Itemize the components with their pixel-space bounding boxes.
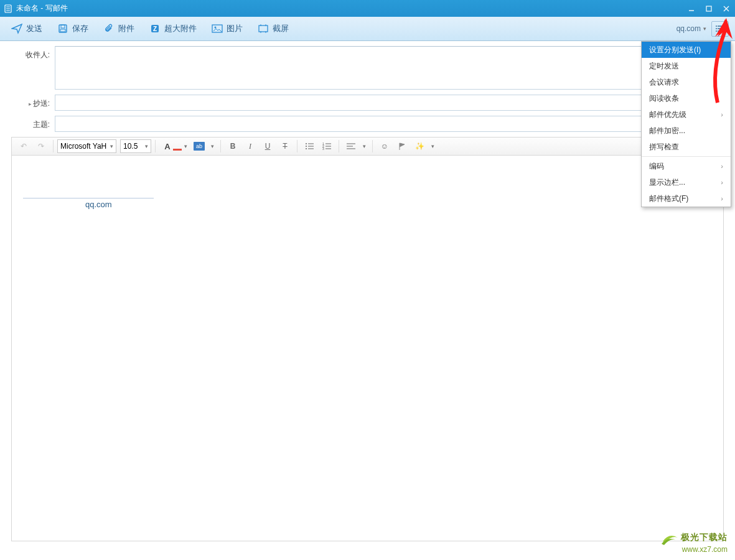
compose-header: 收件人: 3@qq.com>; >; ▸ 抄送: 主题:	[0, 41, 735, 132]
document-icon	[4, 4, 12, 14]
to-field[interactable]: 3@qq.com>; >;	[55, 46, 720, 90]
svg-text:3: 3	[322, 147, 324, 150]
menu-item-label: 阅读收条	[649, 93, 679, 104]
svg-text:Z: Z	[153, 26, 157, 32]
font-color-button[interactable]: A	[159, 139, 176, 154]
chevron-down-icon: ▾	[145, 143, 148, 149]
menu-item-label: 邮件格式(F)	[649, 194, 688, 204]
bullet-list-button[interactable]	[301, 139, 317, 154]
underline-button[interactable]: U	[260, 139, 276, 154]
save-button[interactable]: 保存	[52, 21, 93, 37]
menu-item[interactable]: 设置分别发送(I)	[642, 42, 731, 58]
chevron-down-icon[interactable]: ▾	[431, 143, 434, 149]
chevron-down-icon[interactable]: ▾	[363, 143, 366, 149]
window-title: 未命名 - 写邮件	[16, 3, 68, 14]
chevron-down-icon[interactable]: ▾	[184, 143, 187, 149]
watermark-name: 极光下载站	[681, 532, 728, 542]
menu-item[interactable]: 定时发送	[642, 58, 731, 74]
subject-field[interactable]	[55, 116, 720, 132]
number-list-button[interactable]: 123	[319, 139, 335, 154]
menu-item[interactable]: 编码›	[642, 158, 731, 174]
big-attach-icon: Z	[149, 23, 161, 34]
options-menu-button[interactable]	[711, 21, 729, 37]
maximize-button[interactable]	[700, 0, 718, 17]
image-icon	[212, 23, 223, 34]
signature-divider	[23, 198, 154, 198]
big-attach-label: 超大附件	[164, 23, 197, 34]
redo-button[interactable]: ↷	[33, 139, 49, 154]
paperclip-icon	[103, 23, 115, 34]
align-button[interactable]	[343, 139, 359, 154]
chevron-down-icon: ▾	[703, 26, 706, 32]
menu-item-label: 显示边栏...	[649, 177, 685, 188]
attach-label: 附件	[118, 23, 134, 34]
svg-rect-5	[706, 6, 711, 11]
window-controls	[683, 0, 735, 17]
menu-item[interactable]: 拼写检查	[642, 139, 731, 155]
font-size-select[interactable]: 10.5▾	[120, 139, 151, 153]
list-icon	[715, 24, 725, 33]
save-icon	[57, 23, 68, 34]
menu-item[interactable]: 邮件格式(F)›	[642, 190, 731, 207]
svg-point-14	[215, 27, 217, 29]
chevron-right-icon: ›	[721, 195, 723, 202]
expand-icon[interactable]: ▸	[29, 101, 32, 107]
emoji-button[interactable]: ☺	[377, 139, 393, 154]
screenshot-label: 截屏	[273, 23, 289, 34]
title-bar: 未命名 - 写邮件	[0, 0, 735, 17]
svg-point-21	[716, 30, 717, 32]
font-family-select[interactable]: Microsoft YaH▾	[57, 139, 116, 153]
editor-toolbar: ↶ ↷ Microsoft YaH▾ 10.5▾ A ▾ ab ▾ B I U …	[11, 137, 724, 156]
chevron-down-icon[interactable]: ▾	[211, 143, 214, 149]
menu-item[interactable]: 阅读收条	[642, 90, 731, 106]
minimize-button[interactable]	[683, 0, 700, 17]
strike-button[interactable]: T	[277, 139, 293, 154]
undo-button[interactable]: ↶	[16, 139, 32, 154]
close-button[interactable]	[718, 0, 735, 17]
screenshot-button[interactable]: 截屏	[253, 21, 294, 37]
send-label: 发送	[26, 23, 42, 34]
flag-button[interactable]	[394, 139, 410, 154]
menu-item-label: 会议请求	[649, 77, 679, 88]
cc-label: ▸ 抄送:	[15, 95, 50, 109]
image-button[interactable]: 图片	[207, 21, 248, 37]
account-label: qq.com	[676, 24, 701, 33]
svg-point-26	[306, 148, 307, 149]
svg-rect-10	[60, 29, 65, 32]
chevron-right-icon: ›	[721, 111, 723, 118]
menu-item[interactable]: 邮件优先级›	[642, 106, 731, 123]
bold-button[interactable]: B	[225, 139, 241, 154]
menu-item-label: 邮件加密...	[649, 126, 685, 136]
chevron-right-icon: ›	[721, 179, 723, 186]
svg-rect-15	[259, 26, 268, 32]
to-label: 收件人:	[15, 46, 50, 60]
svg-point-22	[306, 143, 307, 144]
menu-item[interactable]: 邮件加密...	[642, 123, 731, 139]
editor-body[interactable]: qq.com	[11, 156, 724, 541]
menu-item-label: 定时发送	[649, 61, 679, 72]
screenshot-icon	[258, 23, 269, 34]
magic-button[interactable]: ✨	[411, 139, 428, 154]
menu-item[interactable]: 显示边栏...›	[642, 174, 731, 190]
send-button[interactable]: 发送	[6, 21, 47, 37]
svg-point-19	[716, 26, 717, 27]
menu-item-label: 拼写检查	[649, 142, 679, 152]
chevron-down-icon: ▾	[110, 143, 113, 149]
watermark: 极光下载站 www.xz7.com	[660, 531, 728, 555]
italic-button[interactable]: I	[242, 139, 258, 154]
menu-item[interactable]: 会议请求	[642, 74, 731, 90]
big-attach-button[interactable]: Z 超大附件	[144, 21, 202, 37]
watermark-url: www.xz7.com	[660, 545, 728, 555]
chevron-right-icon: ›	[721, 162, 723, 170]
highlight-button[interactable]: ab	[191, 139, 207, 154]
attach-button[interactable]: 附件	[98, 21, 139, 37]
menu-item-label: 邮件优先级	[649, 110, 686, 120]
svg-point-20	[716, 28, 717, 29]
menu-item-label: 设置分别发送(I)	[649, 45, 701, 55]
account-selector[interactable]: qq.com ▾	[676, 24, 706, 33]
menu-item-label: 编码	[649, 161, 664, 172]
image-label: 图片	[227, 23, 243, 34]
cc-field[interactable]	[55, 95, 720, 111]
save-label: 保存	[72, 23, 88, 34]
send-icon	[11, 23, 22, 34]
